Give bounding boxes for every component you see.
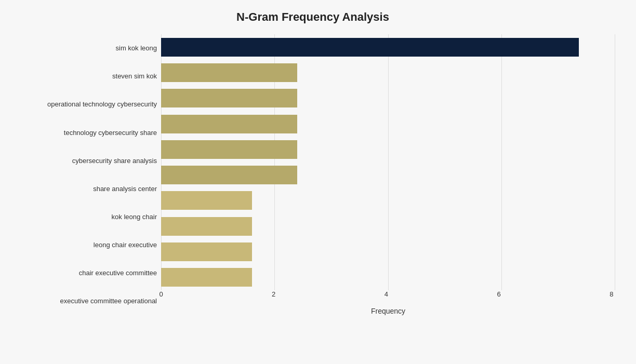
bar (161, 268, 252, 287)
chart-container: N-Gram Frequency Analysis sim kok leongs… (0, 0, 636, 364)
x-tick-label: 2 (272, 290, 275, 298)
x-tick-label: 6 (497, 290, 500, 298)
bar (161, 38, 579, 57)
bar-row (161, 111, 615, 137)
bar-row (161, 86, 615, 111)
y-axis-label: operational technology cybersecurity (10, 90, 157, 118)
bar-row (161, 34, 615, 60)
bar-row (161, 137, 615, 162)
x-tick-label: 0 (159, 290, 163, 298)
y-axis-label: technology cybersecurity share (10, 118, 157, 146)
y-axis-label: executive committee operational (10, 287, 157, 315)
chart-area: sim kok leongsteven sim kokoperational t… (10, 34, 615, 315)
bar-row (161, 60, 615, 85)
bars-section: 02468 Frequency (161, 34, 615, 315)
grid-and-bars: 02468 (161, 34, 615, 306)
bar (161, 140, 297, 159)
y-axis-label: kok leong chair (10, 203, 157, 231)
y-axis-label: cybersecurity share analysis (10, 146, 157, 174)
bar-row (161, 213, 615, 239)
y-axis-label: chair executive committee (10, 259, 157, 287)
y-axis-label: leong chair executive (10, 231, 157, 259)
bar (161, 217, 252, 236)
x-axis-title: Frequency (161, 307, 615, 315)
x-tick-label: 8 (610, 290, 613, 298)
bar (161, 63, 297, 82)
bar-row (161, 265, 615, 290)
bar-row (161, 188, 615, 213)
y-axis-label: share analysis center (10, 174, 157, 203)
y-axis-label: sim kok leong (10, 34, 157, 62)
y-axis-labels: sim kok leongsteven sim kokoperational t… (10, 34, 161, 315)
bar (161, 242, 252, 261)
chart-title: N-Gram Frequency Analysis (10, 10, 615, 24)
bar (161, 115, 297, 133)
bar (161, 191, 252, 210)
bar-row (161, 162, 615, 187)
x-tick-label: 4 (385, 290, 388, 298)
bar (161, 166, 297, 184)
bar-row (161, 239, 615, 264)
bars-container (161, 34, 615, 290)
bar (161, 89, 297, 107)
y-axis-label: steven sim kok (10, 62, 157, 90)
x-axis: 02468 (161, 290, 615, 306)
